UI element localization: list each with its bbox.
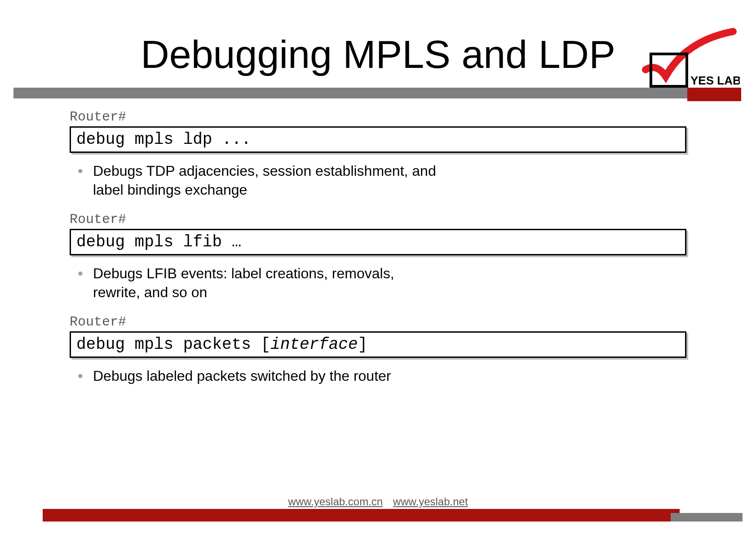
footer-red-bar <box>43 509 680 522</box>
command-box-lfib: debug mpls lfib … <box>70 229 686 255</box>
command-text-italic: interface <box>270 335 358 354</box>
command-text-suffix: ] <box>358 335 368 354</box>
router-prompt-2: Router# <box>70 212 686 227</box>
bullet-list-1: Debugs TDP adjacencies, session establis… <box>70 162 686 199</box>
bullet-list-2: Debugs LFIB events: label creations, rem… <box>70 264 686 302</box>
footer-link-1[interactable]: www.yeslab.com.cn <box>288 495 383 508</box>
bullet-item: Debugs LFIB events: label creations, rem… <box>70 264 443 302</box>
header-gray-bar <box>13 88 706 98</box>
bullet-item: Debugs TDP adjacencies, session establis… <box>70 162 443 199</box>
header-red-bar <box>687 88 741 101</box>
router-prompt-1: Router# <box>70 109 686 125</box>
bullet-list-3: Debugs labeled packets switched by the r… <box>70 367 686 386</box>
command-text-prefix: debug mpls packets [ <box>76 335 270 354</box>
router-prompt-3: Router# <box>70 314 686 330</box>
logo-text: YES LAB <box>690 74 740 87</box>
command-box-packets: debug mpls packets [interface] <box>70 331 686 358</box>
command-box-ldp: debug mpls ldp ... <box>70 126 686 153</box>
content-area: Router# debug mpls ldp ... Debugs TDP ad… <box>70 101 686 398</box>
footer-links: www.yeslab.com.cn www.yeslab.net <box>0 495 756 508</box>
command-text: debug mpls lfib … <box>76 233 241 251</box>
footer-gray-bar <box>671 513 743 522</box>
command-text: debug mpls ldp ... <box>76 130 251 149</box>
slide: Debugging MPLS and LDP YES LAB Router# d… <box>0 0 756 535</box>
footer-link-2[interactable]: www.yeslab.net <box>393 495 468 508</box>
bullet-item: Debugs labeled packets switched by the r… <box>70 367 443 386</box>
